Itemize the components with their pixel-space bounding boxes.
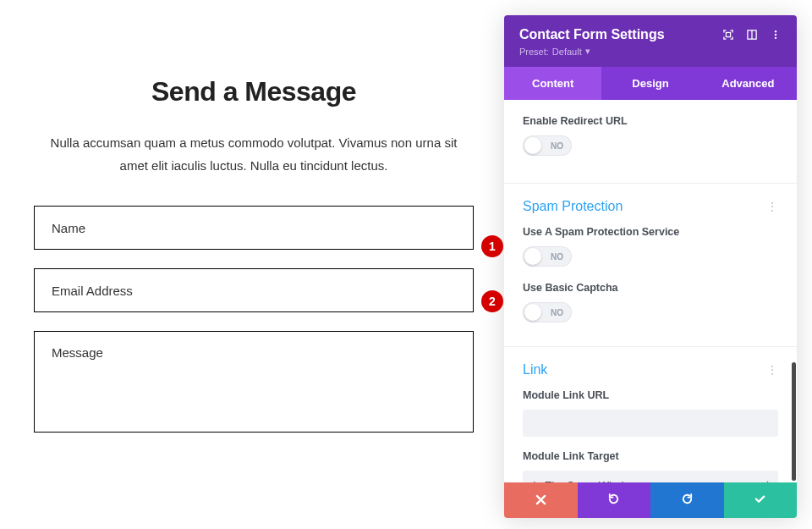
contact-form-preview: Send a Message Nulla accumsan quam a met… [0,0,499,455]
redirect-url-toggle[interactable]: NO [523,135,572,156]
module-link-target-select[interactable]: In The Same Window [523,471,778,482]
annotation-marker-1: 1 [481,235,503,257]
toggle-text: NO [551,252,563,262]
save-button[interactable] [724,482,798,518]
module-link-url-label: Module Link URL [523,389,778,401]
toggle-text: NO [551,141,563,151]
undo-icon [607,493,620,508]
scrollbar-thumb[interactable] [792,362,796,481]
link-section-title: Link [523,362,547,377]
spam-service-toggle[interactable]: NO [523,246,572,267]
link-section: Link ⋮ Module Link URL Module Link Targe… [504,347,797,482]
message-field[interactable] [34,331,474,433]
panel-body: Enable Redirect URL NO Spam Protection ⋮… [504,100,797,482]
toggle-knob [524,248,541,265]
section-options-icon[interactable]: ⋮ [766,200,778,213]
panel-title: Contact Form Settings [519,27,665,42]
panel-action-bar [504,482,797,518]
annotation-marker-2: 2 [481,290,503,312]
section-options-icon[interactable]: ⋮ [766,363,778,377]
name-field[interactable] [34,206,474,250]
settings-panel: Contact Form Settings Preset: Default ▾ … [504,15,797,518]
toggle-knob [524,137,541,154]
redirect-url-label: Enable Redirect URL [523,115,778,127]
svg-point-5 [775,37,776,39]
columns-icon[interactable] [746,29,758,41]
panel-tabs: Content Design Advanced [504,67,797,100]
form-title: Send a Message [34,76,474,107]
preset-selector[interactable]: Preset: Default ▾ [519,46,665,57]
close-icon [535,493,546,508]
preset-value: Default [552,47,582,57]
svg-point-4 [775,34,776,36]
module-link-url-input[interactable] [523,410,778,437]
redo-icon [681,493,694,508]
chevron-down-icon: ▾ [585,46,590,57]
cancel-button[interactable] [504,482,578,518]
tab-content[interactable]: Content [504,67,601,100]
basic-captcha-label: Use Basic Captcha [523,282,778,294]
undo-button[interactable] [578,482,651,518]
toggle-knob [524,304,541,321]
more-vertical-icon[interactable] [770,29,782,41]
spam-protection-title: Spam Protection [523,199,623,214]
module-link-target-label: Module Link Target [523,450,778,462]
svg-point-3 [775,30,776,32]
email-field[interactable] [34,268,474,312]
svg-rect-0 [726,32,730,36]
tab-design[interactable]: Design [601,67,699,100]
spam-service-label: Use A Spam Protection Service [523,226,778,238]
toggle-text: NO [551,308,563,317]
tab-advanced[interactable]: Advanced [700,67,797,100]
redo-button[interactable] [650,482,724,518]
preset-label: Preset: [519,47,549,57]
expand-icon[interactable] [722,29,734,41]
spam-protection-section: Spam Protection ⋮ Use A Spam Protection … [504,184,797,347]
basic-captcha-toggle[interactable]: NO [523,302,572,322]
form-description: Nulla accumsan quam a metus commodo volu… [34,131,474,177]
check-icon [754,493,766,508]
panel-header: Contact Form Settings Preset: Default ▾ [504,15,797,67]
